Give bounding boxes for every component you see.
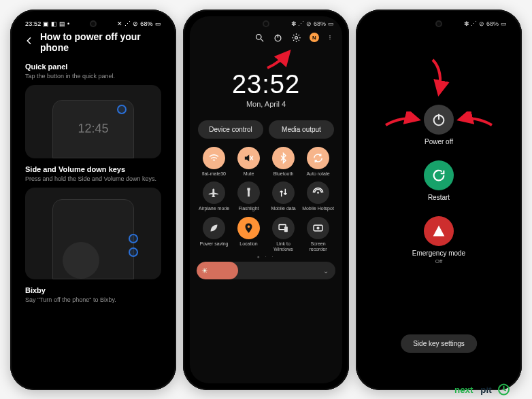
bluetooth-icon (272, 147, 295, 169)
svg-rect-13 (284, 226, 288, 232)
sun-icon: ☀ (201, 266, 208, 275)
qs-tile-mobiledata[interactable]: Mobile data (266, 181, 301, 211)
screen-3: ✽ ⋰ ⊘ 68% ▭ (363, 16, 515, 383)
brightness-slider[interactable]: ☀ ⌄ (197, 262, 335, 279)
qs-tile-screenrecorder[interactable]: Screen recorder (301, 217, 335, 251)
section-heading-side-keys: Side and Volume down keys (25, 165, 161, 173)
wifi-icon (203, 147, 225, 169)
qs-tile-hotspot[interactable]: Mobile Hotspot (301, 181, 335, 211)
svg-point-4 (295, 36, 298, 39)
svg-text:next: next (454, 385, 473, 395)
front-camera (263, 20, 269, 27)
clock-date: Mon, April 4 (190, 100, 342, 108)
power-icon[interactable] (273, 33, 283, 43)
front-camera (435, 20, 442, 27)
status-battery: 68% (486, 20, 499, 27)
qs-tile-bluetooth[interactable]: Bluetooth (266, 147, 301, 177)
svg-point-0 (256, 34, 262, 39)
media-output-button[interactable]: Media output (269, 120, 334, 139)
power-icon (424, 105, 454, 135)
svg-point-5 (329, 35, 330, 36)
phone-frame-2: ✽ ⋰ ⊘ 68% ▭ N 23:52 Mon, Ap (183, 10, 349, 390)
svg-text:pit: pit (480, 385, 492, 395)
svg-point-11 (248, 225, 250, 228)
screen-1: 23:52 ▣ ◧ ▤ • ✕ ⋰ ⊘ 68% ▭ How to power o… (17, 16, 169, 383)
section-sub-quick-panel: Tap the button in the quick panel. (25, 73, 161, 80)
qs-tile-autorotate[interactable]: Auto rotate (301, 147, 335, 177)
watermark-logo: next pit (454, 383, 522, 396)
svg-point-15 (316, 226, 319, 229)
phone-frame-3: ✽ ⋰ ⊘ 68% ▭ (356, 10, 522, 390)
status-right-icons: ✽ ⋰ ⊘ (464, 20, 484, 27)
status-left-icons: ▣ ◧ ▤ • (43, 20, 69, 27)
back-icon[interactable] (24, 35, 35, 48)
quicksettings-header: N (190, 29, 342, 47)
flashlight-icon (237, 181, 260, 204)
restart-icon (424, 160, 454, 190)
hotspot-icon (307, 181, 329, 204)
illustration-quick-panel: 12:45 (25, 85, 161, 158)
qs-tile-location[interactable]: Location (231, 217, 266, 251)
link-icon (272, 217, 295, 239)
rotate-icon (307, 147, 329, 169)
battery-icon: ▭ (328, 20, 334, 27)
status-right-icons: ✕ ⋰ ⊘ (117, 20, 138, 27)
front-camera (90, 20, 97, 27)
clock-time: 23:52 (190, 71, 342, 97)
qs-tile-wifi[interactable]: flat-mate30 (197, 147, 231, 177)
section-heading-bixby: Bixby (25, 286, 161, 294)
emergency-mode-button[interactable]: Emergency mode Off (412, 216, 465, 264)
status-time: 23:52 (25, 20, 41, 27)
svg-point-7 (329, 39, 330, 39)
mute-icon (237, 147, 260, 169)
highlight-volume-down (129, 234, 138, 243)
svg-line-1 (261, 39, 263, 41)
page-title: How to power off your phone (40, 31, 163, 53)
more-icon[interactable] (327, 33, 333, 43)
chevron-down-icon[interactable]: ⌄ (323, 267, 329, 275)
pin-icon (237, 217, 260, 239)
status-battery: 68% (140, 20, 153, 27)
section-sub-bixby: Say "Turn off the phone" to Bixby. (25, 296, 161, 303)
notification-badge[interactable]: N (310, 33, 319, 42)
record-icon (307, 217, 329, 239)
search-icon[interactable] (254, 33, 265, 43)
clock-block: 23:52 Mon, April 4 (190, 71, 342, 108)
quicksettings-grid: flat-mate30 Mute Bluetooth Auto rotate A… (190, 139, 342, 252)
battery-icon: ▭ (155, 20, 161, 27)
battery-icon: ▭ (501, 20, 507, 27)
side-key-settings-button[interactable]: Side key settings (401, 334, 477, 353)
section-heading-quick-panel: Quick panel (25, 63, 161, 71)
power-off-button[interactable]: Power off (424, 105, 454, 145)
highlight-power-icon (117, 105, 127, 114)
svg-point-6 (329, 37, 330, 37)
data-icon (272, 181, 295, 204)
section-sub-side-keys: Press and hold the Side and Volume down … (25, 175, 161, 182)
qs-tile-mute[interactable]: Mute (231, 147, 266, 177)
qs-tile-linktowindows[interactable]: Link to Windows (266, 217, 301, 251)
device-control-button[interactable]: Device control (198, 120, 263, 139)
leaf-icon (203, 217, 225, 239)
mock-time: 12:45 (78, 122, 108, 136)
phone-frame-1: 23:52 ▣ ◧ ▤ • ✕ ⋰ ⊘ 68% ▭ How to power o… (10, 10, 176, 390)
status-battery: 68% (314, 20, 326, 27)
qs-tile-flashlight[interactable]: Flashlight (231, 181, 266, 211)
annotation-arrow-top (427, 57, 450, 98)
annotation-arrow (265, 48, 295, 71)
qs-tile-powersaving[interactable]: Power saving (197, 217, 231, 251)
illustration-side-keys (25, 188, 161, 279)
airplane-icon (203, 181, 225, 204)
screen-2: ✽ ⋰ ⊘ 68% ▭ N 23:52 Mon, Ap (190, 16, 342, 383)
qs-tile-airplane[interactable]: Airplane mode (197, 181, 231, 211)
restart-button[interactable]: Restart (424, 160, 454, 201)
page-indicator: ● · · (190, 254, 342, 259)
status-right-icons: ✽ ⋰ ⊘ (291, 20, 312, 27)
highlight-side-key (129, 247, 138, 257)
alert-icon (424, 216, 454, 246)
svg-point-10 (317, 192, 319, 194)
gear-icon[interactable] (291, 33, 301, 43)
